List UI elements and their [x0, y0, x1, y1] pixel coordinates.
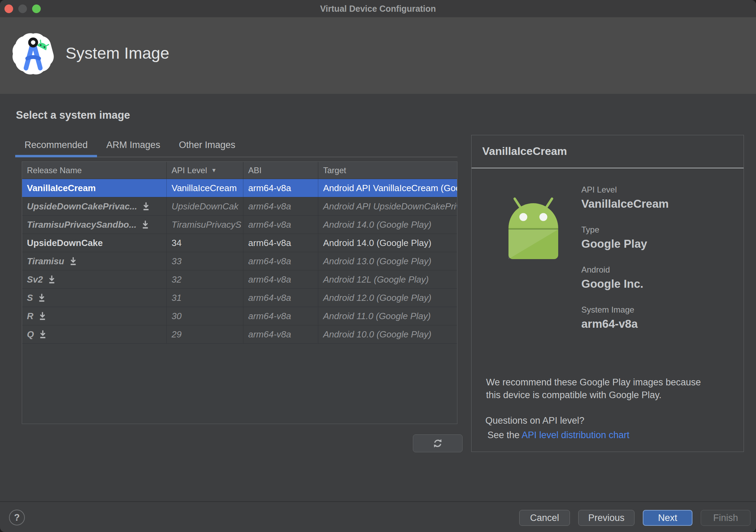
release-name: Tiramisu [27, 256, 64, 267]
detail-api-level: API Level VanillaIceCream [581, 185, 669, 210]
download-icon[interactable] [48, 275, 56, 284]
window-title: Virtual Device Configuration [0, 0, 756, 17]
download-icon[interactable] [38, 312, 47, 321]
tab-recommended[interactable]: Recommended [15, 135, 97, 157]
api-level-cell: VanillaIceCream [167, 179, 243, 197]
table-row[interactable]: S 31 arm64-v8a Android 12.0 (Google Play… [22, 289, 457, 307]
table-row[interactable]: Sv2 32 arm64-v8a Android 12L (Google Pla… [22, 270, 457, 289]
api-level-question: Questions on API level? [485, 415, 584, 426]
selected-image-title: VanillaIceCream [482, 145, 567, 158]
column-header-abi[interactable]: ABI [243, 162, 318, 179]
previous-button[interactable]: Previous [578, 510, 634, 526]
refresh-button[interactable] [413, 434, 463, 452]
abi-cell: arm64-v8a [243, 216, 318, 234]
target-cell: Android 12.0 (Google Play) [318, 289, 457, 307]
api-level-cell: 29 [167, 325, 243, 343]
android-robot-icon [504, 195, 563, 260]
column-header-target[interactable]: Target [318, 162, 457, 179]
release-name: Sv2 [27, 274, 43, 285]
system-image-table: Release Name API Level▼ ABI Target Vanil… [22, 161, 457, 424]
release-name: Q [27, 329, 34, 340]
download-icon[interactable] [142, 202, 150, 211]
refresh-icon [432, 437, 444, 449]
target-cell: Android 11.0 (Google Play) [318, 307, 457, 325]
column-header-release-name[interactable]: Release Name [22, 162, 167, 179]
release-name: VanillaIceCream [27, 183, 96, 194]
virtual-device-configuration-window: Virtual Device Configuration System Imag… [0, 0, 756, 532]
table-row[interactable]: Q 29 arm64-v8a Android 10.0 (Google Play… [22, 325, 457, 344]
tab-other-images[interactable]: Other Images [169, 135, 245, 157]
table-row[interactable]: VanillaIceCream VanillaIceCream arm64-v8… [22, 179, 457, 197]
table-row[interactable]: TiramisuPrivacySandbo... TiramisuPrivacy… [22, 216, 457, 234]
finish-button[interactable]: Finish [701, 510, 750, 526]
target-cell: Android 10.0 (Google Play) [318, 325, 457, 343]
page-title: System Image [66, 43, 169, 62]
api-level-cell: 31 [167, 289, 243, 307]
download-icon[interactable] [38, 293, 46, 302]
target-cell: Android API VanillaIceCream (Goo [318, 179, 457, 197]
api-level-cell: 34 [167, 234, 243, 252]
api-level-cell: 32 [167, 270, 243, 288]
tab-arm-images[interactable]: ARM Images [97, 135, 169, 157]
api-level-distribution-chart-link[interactable]: API level distribution chart [522, 430, 629, 440]
android-studio-logo-icon [12, 33, 54, 75]
see-the-line: See the API level distribution chart [487, 430, 629, 441]
table-rows: VanillaIceCream VanillaIceCream arm64-v8… [22, 179, 457, 344]
section-title: Select a system image [16, 109, 130, 121]
detail-type: Type Google Play [581, 225, 669, 250]
api-level-cell: TiramisuPrivacyS [167, 216, 243, 234]
release-name: UpsideDownCakePrivac... [27, 201, 137, 212]
recommendation-note: We recommend these Google Play images be… [486, 376, 714, 402]
table-row[interactable]: R 30 arm64-v8a Android 11.0 (Google Play… [22, 307, 457, 325]
abi-cell: arm64-v8a [243, 325, 318, 343]
system-image-details-panel: VanillaIceCream API Level VanillaIceCrea… [471, 135, 744, 452]
target-cell: Android API UpsideDownCakePriv [318, 197, 457, 215]
wizard-header: System Image [0, 17, 756, 94]
column-header-api-level[interactable]: API Level▼ [167, 162, 243, 179]
target-cell: Android 14.0 (Google Play) [318, 216, 457, 234]
panel-divider [472, 168, 744, 168]
release-name: S [27, 293, 33, 303]
release-name: R [27, 311, 33, 322]
api-level-cell: 30 [167, 307, 243, 325]
next-button[interactable]: Next [643, 510, 692, 526]
download-icon[interactable] [39, 330, 47, 339]
wizard-buttons: Cancel Previous Next Finish [519, 510, 750, 526]
abi-cell: arm64-v8a [243, 179, 318, 197]
api-level-cell: UpsideDownCak [167, 197, 243, 215]
abi-cell: arm64-v8a [243, 307, 318, 325]
table-row[interactable]: UpsideDownCake 34 arm64-v8a Android 14.0… [22, 234, 457, 252]
abi-cell: arm64-v8a [243, 252, 318, 270]
sort-desc-icon: ▼ [211, 167, 217, 174]
table-row[interactable]: Tiramisu 33 arm64-v8a Android 13.0 (Goog… [22, 252, 457, 270]
table-row[interactable]: UpsideDownCakePrivac... UpsideDownCak ar… [22, 197, 457, 216]
image-tabs: Recommended ARM Images Other Images [15, 135, 457, 157]
detail-system-image: System Image arm64-v8a [581, 305, 669, 331]
titlebar: Virtual Device Configuration [0, 0, 756, 17]
cancel-button[interactable]: Cancel [519, 510, 570, 526]
download-icon[interactable] [69, 257, 77, 266]
abi-cell: arm64-v8a [243, 197, 318, 215]
abi-cell: arm64-v8a [243, 270, 318, 288]
target-cell: Android 12L (Google Play) [318, 270, 457, 288]
detail-list: API Level VanillaIceCream Type Google Pl… [581, 185, 669, 345]
abi-cell: arm64-v8a [243, 234, 318, 252]
detail-android-vendor: Android Google Inc. [581, 265, 669, 290]
target-cell: Android 14.0 (Google Play) [318, 234, 457, 252]
api-level-cell: 33 [167, 252, 243, 270]
help-button[interactable]: ? [9, 510, 25, 525]
abi-cell: arm64-v8a [243, 289, 318, 307]
table-header-row: Release Name API Level▼ ABI Target [22, 162, 457, 179]
release-name: UpsideDownCake [27, 238, 103, 248]
release-name: TiramisuPrivacySandbo... [27, 219, 136, 230]
footer-divider [0, 501, 756, 502]
download-icon[interactable] [141, 220, 149, 229]
target-cell: Android 13.0 (Google Play) [318, 252, 457, 270]
